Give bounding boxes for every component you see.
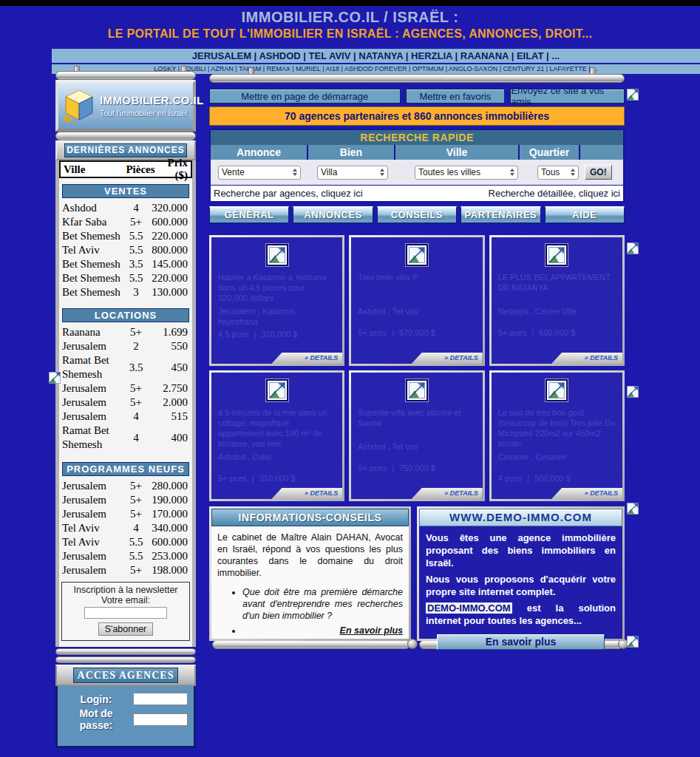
demo-en-savoir-plus-button[interactable]: En savoir plus xyxy=(437,634,604,650)
col-header-prix: Prix ($) xyxy=(161,157,191,182)
password-row: Mot de passe: xyxy=(64,707,188,731)
quick-search-title: RECHERCHE RAPIDE xyxy=(211,130,623,145)
table-row[interactable]: Bet Shemesh 5.5 220.000 xyxy=(59,229,192,243)
broken-image-icon xyxy=(406,244,428,266)
card-title: LE PLUS BEL APPARTEMENT DE NATANYA xyxy=(492,269,622,303)
property-card[interactable]: Tres belle villa !!! Ashdod , Tet vav 5+… xyxy=(349,235,484,366)
scroll-roller-decoration xyxy=(212,640,410,649)
set-startpage-button[interactable]: Mettre en page de démarrage xyxy=(209,89,401,103)
card-meta: 5+ pces|750.000 $ xyxy=(351,464,482,472)
search-column-headers: Annonce Bien Ville Quartier xyxy=(211,145,623,160)
table-row[interactable]: Jerusalem 2 550 xyxy=(59,339,192,353)
nav-tab[interactable]: GÉNÉRAL xyxy=(209,206,289,223)
details-link[interactable]: » DETAILS xyxy=(412,488,483,499)
newsletter-subscribe-button[interactable]: S'abonner xyxy=(98,622,154,636)
col-go-spacer xyxy=(580,145,623,160)
password-label: Mot de passe: xyxy=(64,707,129,731)
table-row[interactable]: Ramat Bet Shemesh 3.5 450 xyxy=(59,353,192,381)
table-row[interactable]: Tel Aviv 4 340.000 xyxy=(59,521,192,535)
property-card[interactable]: Habiter a Katamon a Yeshana dans un 4.5 … xyxy=(209,235,344,366)
section-locations-title: LOCATIONS xyxy=(62,308,189,322)
col-quartier: Quartier xyxy=(520,145,580,160)
up-down-stepper-icon xyxy=(293,169,297,176)
table-row[interactable]: Kfar Saba 5+ 600.000 xyxy=(59,215,192,229)
info-bullet-question: Que doit être ma première démarche avant… xyxy=(242,586,403,622)
table-row[interactable]: Jerusalem 5+ 198.000 xyxy=(59,563,192,577)
ville-select[interactable]: Toutes les villes xyxy=(415,166,518,180)
bien-select[interactable]: Villa xyxy=(317,166,388,180)
up-down-stepper-icon xyxy=(510,169,514,176)
nav-tab[interactable]: ANNONCES xyxy=(293,206,373,223)
scroll-bar-decoration xyxy=(55,132,196,140)
table-row[interactable]: Raanana 5+ 1.699 xyxy=(59,325,192,339)
table-row[interactable]: Tel Aviv 5.5 600.000 xyxy=(59,535,192,549)
table-row[interactable]: Jerusalem 5+ 190.000 xyxy=(59,493,192,507)
col-ville: Ville xyxy=(395,145,520,160)
listings-panel: Ville Pièces Prix ($) VENTES Ashdod 4 32… xyxy=(55,160,196,647)
details-link[interactable]: » DETAILS xyxy=(551,353,622,364)
up-down-stepper-icon xyxy=(571,169,575,176)
property-card[interactable]: Superbe villa avec piscine et Sauna Ashd… xyxy=(349,370,484,501)
newsletter-email-input[interactable] xyxy=(84,607,167,619)
section-ventes-title: VENTES xyxy=(62,184,189,198)
en-savoir-plus-link[interactable]: En savoir plus xyxy=(242,625,403,637)
info-bullet-more: En savoir plus xyxy=(242,625,403,637)
table-row[interactable]: Bet Shemesh 3 130.000 xyxy=(59,285,192,299)
cities-nav-bar[interactable]: JERUSALEM | ASHDOD | TEL AVIV | NATANYA … xyxy=(52,49,700,63)
scroll-bar-decoration xyxy=(55,71,196,80)
demo-immo-box: WWW.DEMO-IMMO.COM Vous êtes une agence i… xyxy=(417,506,625,641)
table-row[interactable]: Jerusalem 4 515 xyxy=(59,410,192,424)
search-by-agency-link[interactable]: Recherche par agences, cliquez ici xyxy=(214,188,363,199)
broken-image-icon xyxy=(627,386,639,398)
main-content: Mettre en page de démarrage Mettre en fa… xyxy=(209,74,625,641)
broken-image-icon xyxy=(546,379,568,401)
annonce-select[interactable]: Vente xyxy=(218,166,301,180)
login-input[interactable] xyxy=(133,693,188,705)
detailed-search-link[interactable]: Recherche détaillée, cliquez ici xyxy=(489,188,620,199)
search-links-row: Recherche par agences, cliquez ici Reche… xyxy=(211,185,623,201)
table-row[interactable]: Ashdod 4 320.000 xyxy=(59,201,192,215)
table-row[interactable]: Bet Shemesh 5.5 220.000 xyxy=(59,271,192,285)
quartier-select[interactable]: Tous xyxy=(537,166,579,180)
property-card[interactable]: LE PLUS BEL APPARTEMENT DE NATANYA Netan… xyxy=(489,235,625,366)
password-input[interactable] xyxy=(133,713,188,726)
details-link[interactable]: » DETAILS xyxy=(412,353,483,364)
top-black-strip xyxy=(0,0,700,6)
col-annonce: Annonce xyxy=(211,145,308,160)
property-card[interactable]: à 5 minutes de la mer dans un cottage, m… xyxy=(209,370,344,501)
table-row[interactable]: Jerusalem 5+ 2.000 xyxy=(59,396,192,410)
add-favorites-button[interactable]: Mettre en favoris xyxy=(406,89,506,103)
logo-panel[interactable]: IMMOBILIER.CO.IL Tout l'immobilier en Is… xyxy=(55,80,196,132)
agency-login-panel: Login: Mot de passe: xyxy=(55,686,196,748)
details-link[interactable]: » DETAILS xyxy=(271,488,342,499)
logo-subtitle: Tout l'immobilier en Israël xyxy=(100,109,204,118)
property-card[interactable]: Le tout de tres bon gout (beaucoup de bo… xyxy=(489,370,625,501)
card-title: Habiter a Katamon a Yeshana dans un 4.5 … xyxy=(211,269,342,303)
send-to-friends-button[interactable]: Envoyez ce site à vos amis xyxy=(510,89,625,103)
details-link[interactable]: » DETAILS xyxy=(271,353,342,364)
site-tagline: LE PORTAIL DE TOUT L'IMMOBILIER EN ISRAË… xyxy=(0,27,700,41)
card-meta: 5+ pces|310.000 $ xyxy=(211,474,342,483)
table-row[interactable]: Jerusalem 5+ 2.750 xyxy=(59,381,192,396)
page: IMMOBILIER.CO.IL / ISRAËL : LE PORTAIL D… xyxy=(0,0,700,757)
table-row[interactable]: Bet Shemesh 3.5 145.000 xyxy=(59,257,192,271)
quick-search-panel: RECHERCHE RAPIDE Annonce Bien Ville Quar… xyxy=(209,129,625,203)
up-down-stepper-icon xyxy=(380,169,384,176)
broken-image-icon xyxy=(546,244,568,266)
go-button[interactable]: GO! xyxy=(585,165,612,180)
logo-title: IMMOBILIER.CO.IL xyxy=(100,94,204,106)
scroll-roller-decoration xyxy=(55,656,196,663)
table-row[interactable]: Tel Aviv 5.5 800.000 xyxy=(59,243,192,257)
nav-tab[interactable]: CONSEILS xyxy=(377,206,457,223)
table-row[interactable]: Jerusalem 5+ 170.000 xyxy=(59,507,192,521)
nav-tab[interactable]: PARTENAIRES xyxy=(461,206,540,223)
info-conseils-body: Le cabinet de Maître Alain DAHAN, Avocat… xyxy=(211,526,409,639)
site-title: IMMOBILIER.CO.IL / ISRAËL : xyxy=(0,9,700,26)
table-row[interactable]: Ramat Bet Shemesh 4 400 xyxy=(59,424,192,452)
card-location: Cesaree , Cesaree xyxy=(492,452,622,471)
details-link[interactable]: » DETAILS xyxy=(551,488,622,499)
table-row[interactable]: Jerusalem 5+ 280.000 xyxy=(59,479,192,493)
table-row[interactable]: Jerusalem 5.5 253.000 xyxy=(59,549,192,563)
neufs-table: Jerusalem 5+ 280.000 Jerusalem 5+ 190.00… xyxy=(59,479,192,577)
nav-tab[interactable]: AIDE xyxy=(545,206,625,223)
